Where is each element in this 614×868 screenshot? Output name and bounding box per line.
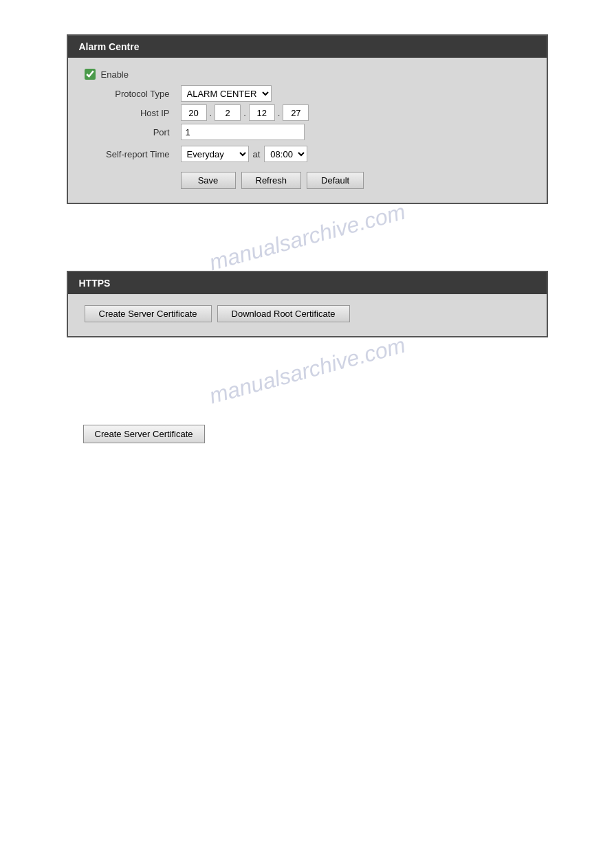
at-label: at xyxy=(253,149,261,159)
alarm-centre-panel: Alarm Centre Enable Protocol Type ALARM … xyxy=(67,34,548,204)
enable-label: Enable xyxy=(101,69,129,80)
port-label: Port xyxy=(85,127,181,137)
download-root-cert-button[interactable]: Download Root Certificate xyxy=(217,305,350,322)
alarm-centre-button-row: Save Refresh Default xyxy=(181,172,530,189)
https-body: Create Server Certificate Download Root … xyxy=(68,294,547,336)
standalone-area: Create Server Certificate xyxy=(67,425,548,443)
page-wrapper: Alarm Centre Enable Protocol Type ALARM … xyxy=(0,14,614,443)
self-report-time-select[interactable]: 08:00 09:00 10:00 11:00 12:00 xyxy=(264,146,307,162)
default-button[interactable]: Default xyxy=(307,172,364,189)
https-buttons: Create Server Certificate Download Root … xyxy=(85,305,530,322)
enable-row: Enable xyxy=(85,69,530,80)
alarm-centre-body: Enable Protocol Type ALARM CENTER SIA CI… xyxy=(68,58,547,203)
protocol-type-row: Protocol Type ALARM CENTER SIA CID xyxy=(85,85,530,102)
ip-dot-3: . xyxy=(275,108,283,118)
https-panel: HTTPS Create Server Certificate Download… xyxy=(67,271,548,337)
ip-octet1[interactable] xyxy=(181,104,207,121)
host-ip-row: Host IP . . . xyxy=(85,104,530,121)
ip-dot-1: . xyxy=(207,108,215,118)
ip-octet4[interactable] xyxy=(283,104,309,121)
enable-checkbox[interactable] xyxy=(85,69,96,80)
ip-dot-2: . xyxy=(241,108,249,118)
protocol-type-select[interactable]: ALARM CENTER SIA CID xyxy=(181,85,272,102)
alarm-centre-title: Alarm Centre xyxy=(79,41,140,52)
refresh-button[interactable]: Refresh xyxy=(241,172,302,189)
https-title: HTTPS xyxy=(79,278,111,289)
self-report-frequency-select[interactable]: Everyday Monday Tuesday Wednesday Thursd… xyxy=(181,146,249,162)
ip-octet2[interactable] xyxy=(215,104,241,121)
host-ip-label: Host IP xyxy=(85,108,181,118)
port-input[interactable] xyxy=(181,124,305,140)
create-server-cert-button[interactable]: Create Server Certificate xyxy=(85,305,212,322)
self-report-label: Self-report Time xyxy=(85,149,181,159)
ip-octet3[interactable] xyxy=(249,104,275,121)
self-report-row: Self-report Time Everyday Monday Tuesday… xyxy=(85,146,530,162)
save-button[interactable]: Save xyxy=(181,172,236,189)
protocol-type-label: Protocol Type xyxy=(85,89,181,99)
https-header: HTTPS xyxy=(68,272,547,294)
alarm-centre-header: Alarm Centre xyxy=(68,36,547,58)
port-row: Port xyxy=(85,124,530,140)
standalone-create-cert-button[interactable]: Create Server Certificate xyxy=(83,425,205,443)
ip-group: . . . xyxy=(181,104,309,121)
